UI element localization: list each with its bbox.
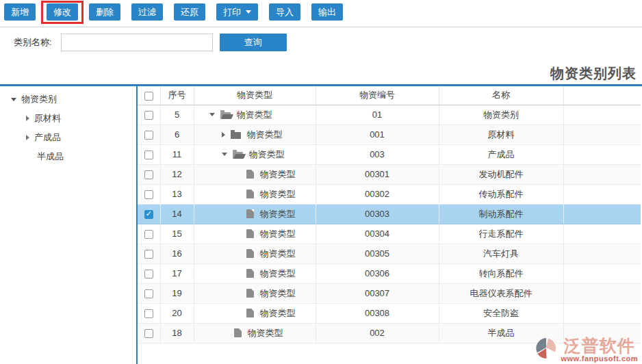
tree-collapsed-icon[interactable] — [26, 135, 29, 140]
table-row-selected[interactable]: 14 物资类型 00303 制动系配件 — [138, 204, 641, 224]
file-icon — [246, 249, 254, 258]
row-checkbox[interactable] — [144, 151, 153, 159]
delete-button[interactable]: 删除 — [89, 3, 120, 21]
tree-item-label: 产成品 — [34, 131, 61, 144]
modify-button[interactable]: 修改 — [47, 3, 78, 21]
table-header-row: 序号 物资类型 物资编号 名称 — [138, 86, 641, 105]
row-checkbox[interactable] — [144, 270, 153, 278]
row-checkbox-checked[interactable] — [144, 210, 153, 219]
file-icon — [246, 209, 254, 218]
header-name: 名称 — [439, 86, 563, 105]
export-button[interactable]: 输出 — [311, 3, 343, 21]
import-button[interactable]: 导入 — [269, 3, 300, 21]
table-row[interactable]: 6 物资类型 001 原材料 — [138, 125, 641, 144]
title-row: 物资类别列表 — [0, 57, 642, 84]
brand-url: www.fanpusoft.com — [561, 354, 638, 363]
table-row[interactable]: 16 物资类型 00305 汽车灯具 — [138, 244, 641, 263]
category-grid: 序号 物资类型 物资编号 名称 5 物资类型 01 物资类别 6 — [138, 86, 642, 364]
table-row[interactable]: 19 物资类型 00307 电器仪表系配件 — [138, 283, 641, 303]
category-name-input[interactable] — [61, 34, 213, 51]
tree-item-finished-product[interactable]: 产成品 — [0, 128, 136, 147]
file-icon — [246, 269, 254, 278]
tree-item-label: 物资类别 — [21, 93, 57, 105]
content: 物资类别 原材料 产成品 半成品 序号 物资类型 — [0, 86, 642, 364]
row-checkbox[interactable] — [144, 309, 153, 318]
table-row[interactable]: 17 物资类型 00306 转向系配件 — [138, 263, 641, 283]
print-button-label: 打印 — [223, 6, 241, 18]
file-icon — [246, 289, 254, 298]
row-checkbox[interactable] — [144, 190, 153, 199]
expander-down-icon[interactable] — [209, 113, 215, 116]
tree-item-semi-finished[interactable]: 半成品 — [0, 147, 136, 166]
folder-open-icon — [233, 152, 243, 159]
row-checkbox[interactable] — [144, 131, 153, 140]
table-row[interactable]: 11 物资类型 003 产成品 — [138, 144, 641, 164]
toolbar: 新增 修改 删除 过滤 还原 打印 导入 输出 — [0, 0, 642, 27]
tree-item-label: 原材料 — [34, 112, 61, 125]
header-seq: 序号 — [160, 86, 194, 105]
folder-closed-icon — [231, 132, 241, 139]
fanpu-logo-icon — [535, 337, 558, 360]
header-code: 物资编号 — [316, 86, 439, 105]
page-title: 物资类别列表 — [550, 66, 637, 81]
tree-item-material-category[interactable]: 物资类别 — [0, 90, 136, 109]
expander-right-icon[interactable] — [222, 132, 225, 138]
row-checkbox[interactable] — [144, 250, 153, 259]
table-row[interactable]: 12 物资类型 00301 发动机配件 — [138, 164, 641, 184]
fanpu-watermark: 泛普软件 www.fanpusoft.com — [535, 337, 638, 363]
category-name-label: 类别名称: — [14, 36, 52, 49]
expander-down-icon[interactable] — [222, 153, 227, 156]
header-type: 物资类型 — [194, 86, 316, 105]
table-row[interactable]: 13 物资类型 00302 传动系配件 — [138, 184, 641, 204]
table-row[interactable]: 20 物资类型 00308 安全防盗 — [138, 303, 641, 323]
header-extra — [563, 86, 641, 105]
tree-item-raw-material[interactable]: 原材料 — [0, 109, 136, 128]
tree-item-label: 半成品 — [37, 151, 64, 163]
file-icon — [246, 190, 254, 198]
file-icon — [234, 328, 242, 337]
filter-button[interactable]: 过滤 — [131, 3, 163, 21]
row-checkbox[interactable] — [144, 329, 153, 338]
brand-name: 泛普软件 — [561, 337, 638, 354]
select-all-checkbox[interactable] — [144, 92, 153, 101]
folder-open-icon — [220, 112, 231, 119]
file-icon — [246, 170, 254, 179]
print-button[interactable]: 打印 — [216, 3, 258, 21]
restore-button[interactable]: 还原 — [174, 3, 205, 21]
chevron-down-icon — [246, 10, 251, 14]
tree-collapsed-icon[interactable] — [26, 116, 29, 121]
query-button[interactable]: 查询 — [220, 34, 287, 51]
table-row[interactable]: 5 物资类型 01 物资类别 — [138, 105, 641, 125]
row-checkbox[interactable] — [144, 111, 153, 120]
row-checkbox[interactable] — [144, 170, 153, 179]
file-icon — [246, 229, 254, 238]
material-category-page: 新增 修改 删除 过滤 还原 打印 导入 输出 类别名称: 查询 物资类别列表 … — [0, 0, 642, 364]
file-icon — [246, 309, 254, 317]
search-bar: 类别名称: 查询 — [0, 27, 642, 57]
category-tree: 物资类别 原材料 产成品 半成品 — [0, 86, 138, 364]
table-row[interactable]: 15 物资类型 00304 行走系配件 — [138, 224, 641, 244]
modify-button-highlight-wrap: 修改 — [47, 3, 78, 21]
category-table: 序号 物资类型 物资编号 名称 5 物资类型 01 物资类别 6 — [138, 86, 641, 343]
tree-expanded-icon[interactable] — [11, 98, 16, 101]
add-button[interactable]: 新增 — [4, 3, 36, 21]
header-checkbox-cell — [138, 86, 160, 105]
row-checkbox[interactable] — [144, 230, 153, 239]
row-checkbox[interactable] — [144, 289, 153, 298]
